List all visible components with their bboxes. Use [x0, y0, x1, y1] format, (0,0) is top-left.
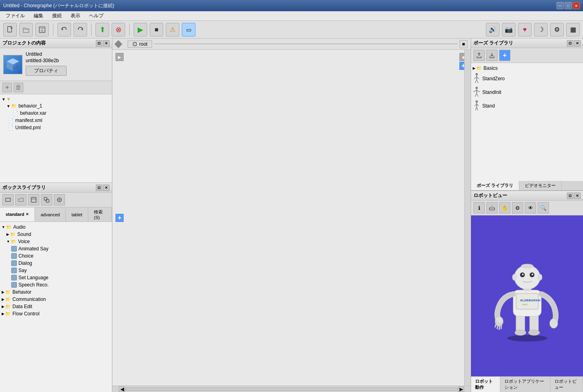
- close-button[interactable]: ✕: [573, 2, 580, 9]
- pose-tab-library[interactable]: ポーズ ライブラリ: [471, 181, 519, 190]
- tree-label-communication: Communication: [12, 297, 46, 302]
- tab-tablet[interactable]: tablet: [66, 207, 88, 221]
- pose-label-stand: Stand: [482, 103, 495, 109]
- tree-item-dialog[interactable]: Dialog: [0, 260, 112, 267]
- redo-button[interactable]: [73, 23, 87, 37]
- robot-body-button[interactable]: 🤖: [486, 202, 498, 213]
- connect-button[interactable]: ⬆: [95, 23, 109, 37]
- menu-view[interactable]: 表示: [67, 12, 84, 20]
- tree-item-communication[interactable]: ▶ 📁 Communication: [0, 296, 112, 303]
- pose-item-standinit[interactable]: StandInit: [471, 85, 583, 99]
- canvas-hscrollbar[interactable]: ◀ ▶: [112, 386, 471, 392]
- box-lib-btn-5[interactable]: [54, 194, 65, 205]
- robot-view-close[interactable]: ✕: [574, 193, 581, 199]
- robot-eye-button[interactable]: 👁: [525, 202, 536, 213]
- tree-item-audio[interactable]: ▼ 📁 Audio: [0, 223, 112, 231]
- menu-connect[interactable]: 接続: [48, 12, 66, 20]
- tree-label-voice: Voice: [18, 239, 30, 244]
- box-library-close[interactable]: ✕: [103, 185, 110, 191]
- tab-standard-close[interactable]: ✕: [26, 212, 29, 216]
- menu-file[interactable]: ファイル: [2, 12, 29, 20]
- tree-item-voice[interactable]: ▼ 📁 Voice: [0, 238, 112, 245]
- pose-lib-upload-button[interactable]: [473, 50, 485, 61]
- canvas-vscrollbar[interactable]: [464, 50, 471, 386]
- tree-item-say[interactable]: Say: [0, 267, 112, 274]
- box-lib-btn-1[interactable]: [2, 194, 14, 205]
- hscroll-right[interactable]: ▶: [458, 386, 464, 392]
- tab-standard[interactable]: standard ✕: [0, 207, 35, 221]
- breadcrumb-root-button[interactable]: root: [128, 41, 152, 48]
- menu-edit[interactable]: 編集: [30, 12, 47, 20]
- maximize-button[interactable]: □: [565, 2, 572, 9]
- tab-search[interactable]: 検索(S): [88, 207, 112, 221]
- svg-point-52: [550, 319, 558, 328]
- pose-tree-basics[interactable]: ▶ 📁 Basics: [471, 65, 583, 72]
- grid-button[interactable]: ▦: [566, 23, 580, 37]
- breadcrumb-end-button[interactable]: ■: [459, 40, 467, 48]
- box-library-restore[interactable]: ⊡: [96, 185, 102, 191]
- tree-item-behavior1[interactable]: ▼ 📁 behavior_1: [0, 102, 112, 110]
- tree-item-flow-control[interactable]: ▶ 📁 Flow Control: [0, 310, 112, 317]
- tree-item-set-language[interactable]: Set Language: [0, 274, 112, 281]
- robot-view-restore[interactable]: ⊡: [567, 193, 573, 199]
- remove-project-item-button[interactable]: 🗑: [14, 83, 23, 92]
- settings-button[interactable]: ⚙: [550, 23, 564, 37]
- pose-library-restore[interactable]: ⊡: [567, 40, 573, 47]
- rv-tab-motion[interactable]: ロボット動作: [471, 377, 500, 392]
- hscroll-left[interactable]: ◀: [119, 386, 125, 392]
- tree-label-behaviorxar: behavior.xar: [20, 110, 46, 116]
- svg-text:ALDEBARAN: ALDEBARAN: [520, 299, 540, 302]
- stop-button[interactable]: ■: [150, 23, 163, 37]
- new-button[interactable]: [3, 23, 17, 37]
- rv-tab-view[interactable]: ロボットビュー: [550, 377, 583, 392]
- pose-library-close[interactable]: ✕: [574, 40, 581, 47]
- tree-item-choice[interactable]: Choice: [0, 252, 112, 260]
- tree-item-manifestxml[interactable]: 📄 manifest.xml: [0, 117, 112, 124]
- canvas-play-button[interactable]: ▶: [116, 53, 124, 61]
- project-panel-close[interactable]: ✕: [103, 40, 110, 47]
- box-lib-btn-3[interactable]: [28, 194, 39, 205]
- tree-item-data-edit[interactable]: ▶ 📁 Data Edit: [0, 303, 112, 310]
- robot-settings-button[interactable]: ⚙: [512, 202, 523, 213]
- pose-lib-add-button[interactable]: +: [499, 50, 510, 61]
- warning-button[interactable]: ⚠: [166, 23, 179, 37]
- menu-help[interactable]: ヘルプ: [85, 12, 108, 20]
- hscroll-track[interactable]: [125, 388, 458, 391]
- tablet-button[interactable]: ▭: [182, 23, 195, 37]
- titlebar-title: Untitled - Choregraphe (バーチャルロボットに接続): [3, 2, 114, 9]
- pose-item-stand[interactable]: Stand: [471, 99, 583, 113]
- camera-button[interactable]: 📷: [502, 23, 516, 37]
- tree-item-behavior[interactable]: ▶ 📁 Behavior: [0, 288, 112, 296]
- save-button[interactable]: [35, 23, 49, 37]
- volume-button[interactable]: 🔊: [486, 23, 500, 37]
- rv-tab-app[interactable]: ロボットアプリケーション: [500, 377, 550, 392]
- tree-item-speech-reco[interactable]: Speech Reco.: [0, 281, 112, 288]
- canvas-area[interactable]: ▶ ■ + +: [112, 50, 471, 386]
- pose-tab-video[interactable]: ビデオモニター: [519, 181, 562, 190]
- heart-button[interactable]: ♥: [518, 23, 532, 37]
- project-properties-button[interactable]: プロパティ: [26, 66, 67, 76]
- tree-item-behaviorxar[interactable]: 📄 behavior.xar: [0, 110, 112, 117]
- robot-hand-button[interactable]: ✋: [499, 202, 510, 213]
- box-lib-btn-4[interactable]: [41, 194, 52, 205]
- canvas-add-left-button[interactable]: +: [116, 214, 124, 222]
- open-button[interactable]: [19, 23, 33, 37]
- tree-item-untitledpml[interactable]: 📄 Untitled.pml: [0, 124, 112, 131]
- play-button[interactable]: ▶: [134, 23, 147, 37]
- tree-item-animated-say[interactable]: Animated Say: [0, 245, 112, 252]
- pose-item-standzero[interactable]: StandZero: [471, 72, 583, 85]
- undo-button[interactable]: [57, 23, 71, 37]
- box-lib-btn-2[interactable]: [15, 194, 26, 205]
- tab-advanced[interactable]: advanced: [35, 207, 66, 221]
- disconnect-button[interactable]: ⊗: [112, 23, 125, 37]
- add-project-item-button[interactable]: +: [2, 83, 12, 92]
- robot-zoom-button[interactable]: 🔍: [538, 202, 549, 213]
- tree-label-flow-control: Flow Control: [12, 311, 39, 317]
- tree-item-sound[interactable]: ▶ 📁 Sound: [0, 231, 112, 238]
- robot-info-button[interactable]: ℹ: [473, 202, 485, 213]
- project-panel-restore[interactable]: ⊡: [96, 40, 102, 47]
- box-library-tabs: standard ✕ advanced tablet 検索(S): [0, 207, 112, 222]
- moon-button[interactable]: ☽: [534, 23, 548, 37]
- pose-lib-download-button[interactable]: [486, 50, 498, 61]
- minimize-button[interactable]: ─: [557, 2, 564, 9]
